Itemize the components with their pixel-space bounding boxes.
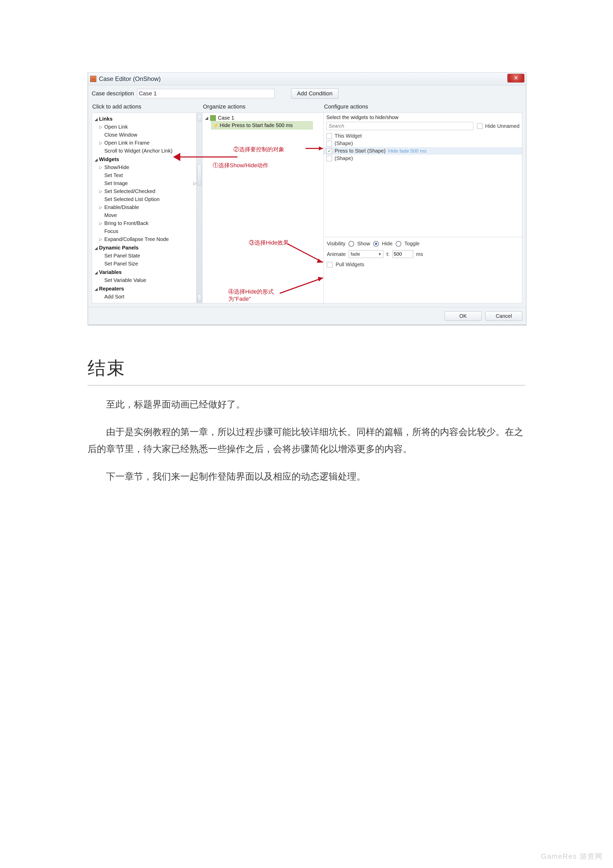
annotation-4-line2: 为"Fade" (228, 295, 251, 303)
pull-widgets-row: Pull Widgets (327, 262, 519, 268)
tree-item[interactable]: Set Panel Size (94, 260, 195, 268)
animate-label: Animate (327, 251, 346, 257)
annotation-1: ①选择Show/Hide动作 (213, 161, 268, 169)
visibility-hide-label: Hide (382, 241, 393, 246)
visibility-row: Visibility Show Hide Toggle (327, 241, 519, 246)
animate-t-unit: ms (416, 251, 423, 257)
annotation-4-line1: ④选择Hide的形式 (228, 288, 274, 296)
ok-button[interactable]: OK (444, 312, 481, 321)
pull-widgets-checkbox[interactable] (327, 262, 333, 268)
tree-group[interactable]: ◢ Links (94, 115, 195, 123)
axure-icon (90, 76, 96, 82)
visibility-hide-radio[interactable] (373, 241, 379, 246)
tree-item[interactable]: Focus (94, 227, 195, 235)
col1-header: Click to add actions (92, 102, 203, 113)
tree-item[interactable]: Set Panel State (94, 252, 195, 260)
widget-checkbox[interactable] (326, 133, 332, 139)
tree-group[interactable]: ◢ Dynamic Panels (94, 244, 195, 252)
animate-t-input[interactable] (393, 250, 413, 258)
case-description-label: Case description (92, 90, 134, 97)
tree-item[interactable]: ▷Expand/Collapse Tree Node (94, 235, 195, 243)
widget-label: (Shape) (334, 155, 353, 161)
search-input[interactable] (326, 122, 474, 130)
article-p2: 由于是实例教程的第一章，所以过程步骤可能比较详细坑长。同样的篇幅，所将的内容会比… (88, 423, 525, 458)
tree-item[interactable]: ▷Bring to Front/Back (94, 219, 195, 227)
add-condition-button[interactable]: Add Condition (291, 88, 339, 99)
tree-group[interactable]: ◢ Widgets (94, 155, 195, 163)
chevron-down-icon: ▼ (378, 252, 382, 256)
visibility-show-label: Show (357, 241, 370, 246)
animate-t-label: t: (386, 251, 389, 257)
svg-marker-3 (317, 259, 323, 263)
organize-action-label: Hide Press to Start fade 500 ms (220, 122, 293, 128)
dialog-footer: OK Cancel (88, 307, 526, 325)
hide-unnamed-label: Hide Unnamed (485, 123, 520, 129)
col3-header: Configure actions (324, 102, 522, 113)
tree-group[interactable]: ◢ Repeaters (94, 285, 195, 293)
animate-select[interactable]: fade ▼ (349, 250, 383, 258)
tree-item[interactable]: Set Variable Value (94, 276, 195, 284)
widget-row[interactable]: (Shape) (324, 140, 522, 147)
widget-label: (Shape) (334, 141, 353, 146)
tree-item[interactable]: Set Text (94, 171, 195, 179)
article: 结束 至此，标题界面动画已经做好了。 由于是实例教程的第一章，所以过程步骤可能比… (88, 356, 525, 485)
annotation-3: ③选择Hide效果 (249, 239, 289, 246)
widget-row[interactable]: This Widget (324, 132, 522, 140)
tree-item[interactable]: Add Sort (94, 293, 195, 301)
case-editor-window: Case Editor (OnShow) ✕ Case description … (88, 72, 526, 325)
col2-header: Organize actions (203, 102, 324, 113)
scroll-thumb[interactable] (197, 164, 201, 186)
svg-line-2 (288, 244, 323, 262)
tree-item[interactable]: Move (94, 211, 195, 219)
widget-row[interactable]: (Shape) (324, 155, 522, 162)
widget-row[interactable]: Press to Start (Shape) Hide fade 500 ms (324, 147, 522, 155)
tree-item[interactable]: ▷Set Selected/Checked (94, 188, 195, 195)
widget-checkbox[interactable] (326, 141, 332, 146)
pull-widgets-label: Pull Widgets (336, 262, 364, 268)
case-description-input[interactable] (137, 89, 274, 98)
tree-item[interactable]: ▷Open Link (94, 123, 195, 131)
actions-tree[interactable]: ◢ Links▷Open LinkClose Window▷Open Link … (92, 113, 202, 302)
tree-item[interactable]: Set Selected List Option (94, 195, 195, 203)
dialog-body: Case description Add Condition Click to … (88, 85, 526, 307)
tree-item[interactable]: ▷Enable/Disable (94, 203, 195, 211)
widget-label: This Widget (334, 133, 362, 139)
expand-icon: ◢ (205, 115, 208, 120)
tree-item[interactable]: ▷Show/Hide (94, 163, 195, 171)
article-heading: 结束 (88, 356, 525, 386)
article-p1: 至此，标题界面动画已经做好了。 (88, 396, 525, 413)
organize-case-label: Case 1 (218, 115, 234, 121)
organize-case-row[interactable]: ◢ Case 1 (205, 115, 321, 121)
actions-tree-panel: ◢ Links▷Open LinkClose Window▷Open Link … (92, 113, 203, 303)
tree-group[interactable]: ◢ Variables (94, 268, 195, 276)
animate-select-value: fade (351, 251, 360, 257)
visibility-toggle-label: Toggle (404, 241, 420, 246)
visibility-show-radio[interactable] (348, 241, 354, 246)
bolt-icon: ⚡ (213, 123, 218, 128)
watermark: GameRes 游资网 (541, 851, 603, 861)
annotation-2: ②选择要控制的对象 (233, 146, 284, 153)
svg-line-4 (280, 278, 323, 293)
tree-item[interactable]: Close Window (94, 131, 195, 139)
animate-row: Animate fade ▼ t: ms (327, 250, 519, 258)
widget-checkbox[interactable] (326, 148, 332, 154)
hide-unnamed-checkbox[interactable] (477, 123, 483, 129)
tree-item[interactable]: ▷Set Image (94, 179, 195, 188)
organize-action-row[interactable]: ⚡ Hide Press to Start fade 500 ms (211, 121, 313, 129)
svg-marker-1 (319, 146, 323, 150)
cancel-button[interactable]: Cancel (485, 312, 522, 321)
scroll-up-arrow-icon[interactable] (197, 115, 201, 122)
actions-scrollbar[interactable] (196, 113, 202, 303)
tree-item[interactable]: ▷Open Link in Frame (94, 139, 195, 147)
case-icon (210, 115, 216, 121)
widget-checkbox[interactable] (326, 156, 332, 161)
close-button[interactable]: ✕ (508, 74, 525, 82)
widget-label: Press to Start (Shape) (334, 148, 385, 154)
article-p3: 下一章节，我们来一起制作登陆界面以及相应的动态逻辑处理。 (88, 468, 525, 485)
tree-item[interactable]: Scroll to Widget (Anchor Link) (94, 147, 195, 155)
visibility-toggle-radio[interactable] (396, 241, 401, 246)
titlebar: Case Editor (OnShow) ✕ (88, 73, 526, 85)
window-title: Case Editor (OnShow) (99, 75, 161, 82)
scroll-down-arrow-icon[interactable] (197, 294, 201, 302)
configure-panel: Select the widgets to hide/show Hide Unn… (324, 113, 522, 303)
